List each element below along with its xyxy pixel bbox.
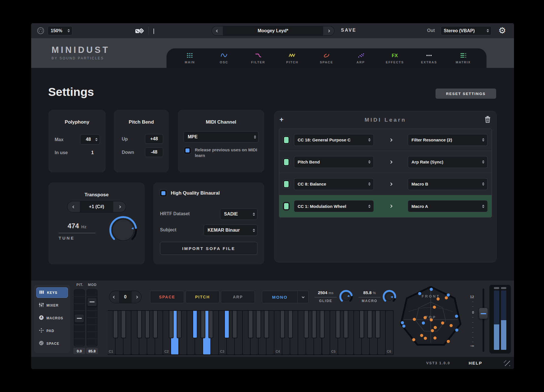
randomize-dice-icon[interactable] <box>135 27 144 35</box>
midi-learn-enable-toggle[interactable] <box>283 180 289 188</box>
midi-source-select[interactable]: CC 1: Modulation Wheel <box>294 200 374 212</box>
midi-learn-row[interactable]: CC 8: Balance Macro B <box>279 173 492 195</box>
save-button[interactable]: SAVE <box>341 28 356 33</box>
tab-extras[interactable]: EXTRAS <box>412 48 446 68</box>
output-format-select[interactable]: Stereo (VBAP) <box>441 26 492 35</box>
black-key-D#5[interactable] <box>344 311 348 338</box>
volume-slider-track[interactable] <box>483 288 484 352</box>
black-key-G#3[interactable] <box>256 311 261 338</box>
black-key-F#2[interactable] <box>193 311 197 338</box>
transpose-next-button[interactable] <box>113 201 126 212</box>
glide-knob[interactable] <box>339 290 353 305</box>
octave-down-button[interactable] <box>109 291 119 303</box>
sidebar-item-macros[interactable]: A MACROS <box>36 313 68 323</box>
black-key-A#1[interactable] <box>153 311 158 338</box>
midi-din-icon[interactable] <box>37 27 44 35</box>
black-key-G#4[interactable] <box>312 311 317 338</box>
midi-channel-select[interactable]: MPE <box>184 131 259 143</box>
reset-settings-button[interactable]: RESET SETTINGS <box>436 89 496 99</box>
high-quality-binaural-checkbox[interactable] <box>160 190 167 197</box>
preset-next-button[interactable] <box>323 26 334 35</box>
black-key-F#4[interactable] <box>304 311 309 338</box>
sidebar-item-pad[interactable]: PAD <box>36 326 68 336</box>
black-key-A#5[interactable] <box>375 311 380 338</box>
black-key-C#3[interactable] <box>224 311 229 338</box>
black-key-A#4[interactable] <box>320 311 325 338</box>
hrtf-dataset-select[interactable]: SADIE <box>220 208 257 220</box>
midi-learn-enable-toggle[interactable] <box>283 136 289 144</box>
macro-knob[interactable] <box>382 290 396 305</box>
midi-target-select[interactable]: Macro B <box>408 178 488 190</box>
transpose-prev-button[interactable] <box>67 201 80 212</box>
tab-pitch[interactable]: PITCH <box>275 48 310 68</box>
transpose-value[interactable]: +1 (C#) <box>80 201 113 212</box>
space-visualizer[interactable]: FRONT TOP <box>397 286 464 348</box>
bend-up-field[interactable]: +48 <box>145 134 163 144</box>
sidebar-item-mixer[interactable]: MIXER <box>36 300 68 311</box>
midi-target-select[interactable]: Arp Rate (Sync) <box>408 156 488 168</box>
black-key-D#1[interactable] <box>121 311 126 338</box>
black-key-G#5[interactable] <box>367 311 372 338</box>
tab-effects[interactable]: FX EFFECTS <box>378 48 412 68</box>
black-key-D#3[interactable] <box>232 311 237 338</box>
black-key-G#2[interactable] <box>200 311 205 338</box>
black-key-D#4[interactable] <box>288 311 293 338</box>
midi-learn-enable-toggle[interactable] <box>283 158 289 166</box>
tab-osc[interactable]: OSC <box>207 48 241 68</box>
zoom-selector[interactable]: 150% <box>48 26 72 35</box>
glide-value[interactable]: 2504 <box>318 290 327 295</box>
midi-learn-row[interactable]: Pitch Bend Arp Rate (Sync) <box>279 151 492 173</box>
tune-value[interactable]: 474 <box>68 222 79 230</box>
max-voices-select[interactable]: 48 <box>80 134 100 145</box>
mode-button-space[interactable]: SPACE <box>150 291 184 303</box>
black-key-C#1[interactable] <box>113 311 118 338</box>
black-key-G#1[interactable] <box>145 311 150 338</box>
trash-icon[interactable] <box>485 116 491 123</box>
voice-mode-select[interactable]: MONO <box>262 291 309 303</box>
tab-arp[interactable]: ARP <box>344 48 378 68</box>
tab-filter[interactable]: FILTER <box>241 48 275 68</box>
black-key-F#1[interactable] <box>137 311 142 338</box>
black-key-C#4[interactable] <box>280 311 285 338</box>
black-key-A#2[interactable] <box>208 311 213 338</box>
black-key-A#3[interactable] <box>264 311 269 338</box>
preset-prev-button[interactable] <box>212 26 223 35</box>
help-button[interactable]: HELP <box>469 361 482 365</box>
sidebar-item-keys[interactable]: KEYS <box>36 287 68 298</box>
midi-source-select[interactable]: Pitch Bend <box>294 156 374 168</box>
volume-slider-handle[interactable] <box>479 308 488 319</box>
bend-down-field[interactable]: -48 <box>145 147 163 157</box>
settings-gear-icon[interactable]: ⚙ <box>498 25 506 35</box>
tab-main[interactable]: MAIN <box>173 48 207 68</box>
black-key-F#5[interactable] <box>359 311 364 338</box>
preset-name[interactable]: Moogey Leyd* <box>223 26 323 35</box>
tune-knob[interactable] <box>109 216 137 245</box>
black-key-C#5[interactable] <box>336 311 340 338</box>
midi-target-select[interactable]: Filter Resonance (2) <box>408 134 488 146</box>
mode-button-arp[interactable]: ARP <box>221 291 255 303</box>
resize-handle[interactable] <box>504 360 510 366</box>
midi-learn-row[interactable]: CC 18: General Purpose C Filter Resonanc… <box>279 129 492 151</box>
subject-select[interactable]: KEMAR Binaur <box>204 225 257 236</box>
black-key-D#2[interactable] <box>177 311 182 338</box>
tab-matrix[interactable]: MATRIX <box>446 48 480 68</box>
mod-wheel[interactable] <box>87 289 97 346</box>
import-sofa-button[interactable]: IMPORT SOFA FILE <box>160 242 257 255</box>
macro-value[interactable]: 85.8 <box>363 290 372 295</box>
release-previous-checkbox[interactable] <box>184 147 191 154</box>
midi-source-select[interactable]: CC 18: General Purpose C <box>294 134 374 146</box>
pitch-wheel[interactable] <box>74 289 85 346</box>
black-key-C#2[interactable] <box>169 311 174 338</box>
black-key-F#3[interactable] <box>248 311 253 338</box>
midi-target-select[interactable]: Macro A <box>408 200 488 212</box>
zoom-stepper[interactable] <box>68 29 69 32</box>
random-menu-caret[interactable] <box>153 29 154 34</box>
sidebar-item-space[interactable]: SPACE <box>36 338 68 349</box>
mode-button-pitch[interactable]: PITCH <box>185 291 219 303</box>
white-key-C6[interactable]: C6 <box>386 311 394 354</box>
octave-up-button[interactable] <box>132 291 141 303</box>
midi-learn-enable-toggle[interactable] <box>283 202 289 210</box>
midi-learn-row[interactable]: CC 1: Modulation Wheel Macro A <box>279 195 492 217</box>
tab-space[interactable]: SPACE <box>310 48 344 68</box>
midi-source-select[interactable]: CC 8: Balance <box>294 178 374 190</box>
